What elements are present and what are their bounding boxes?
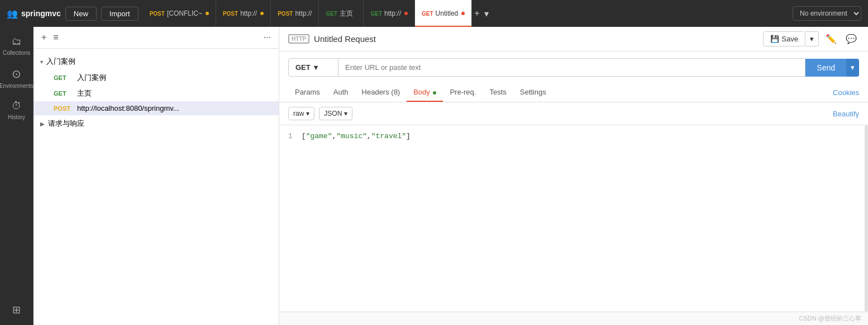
tab-label: [CONFLIC~ (167, 10, 202, 17)
string-music: "music" (336, 132, 367, 140)
unsaved-dot (260, 12, 264, 15)
format-chevron: ▾ (344, 110, 347, 117)
method-label: GET (54, 90, 74, 97)
watermark: CSDN @曾经的三心草 (799, 314, 861, 323)
tab-pre-req[interactable]: Pre-req. (443, 83, 483, 102)
send-button[interactable]: Send (805, 59, 846, 77)
code-editor[interactable]: 1 ["game","music","travel"] (279, 125, 868, 312)
chevron-icon: ▶ (40, 121, 45, 127)
history-icon: ⏱ (12, 100, 22, 112)
tab-label: http:// (240, 10, 257, 17)
body-type-value: raw (293, 110, 304, 117)
line-number: 1 (288, 132, 293, 140)
sidebar-item-history[interactable]: ⏱ History (0, 96, 33, 125)
sidebar-item-environments[interactable]: ⊙ Environments (0, 63, 33, 93)
tab-get-url[interactable]: GET http:// (364, 0, 415, 27)
sidebar: 🗂 Collections ⊙ Environments ⏱ History ⊞ (0, 27, 34, 325)
tab-headers[interactable]: Headers (8) (355, 83, 407, 102)
body-type-select[interactable]: raw ▾ (288, 107, 314, 120)
history-label: History (8, 114, 25, 120)
save-button-group: 💾 Save ▾ (763, 31, 819, 46)
scrollbar[interactable] (865, 125, 868, 312)
tab-chevron-button[interactable]: ▾ (482, 6, 491, 21)
cookies-button[interactable]: Cookies (833, 84, 859, 101)
collection-group-intro: ▾ 入门案例 GET 入门案例 GET 主页 POST http://local… (34, 53, 279, 115)
open-bracket: [ (302, 132, 306, 140)
request-editor: HTTP Untitled Request 💾 Save ▾ ✏️ 💬 GET … (279, 27, 868, 325)
save-icon: 💾 (770, 35, 779, 43)
body-type-chevron: ▾ (306, 110, 309, 117)
tab-post1[interactable]: POST http:// (216, 0, 271, 27)
collection-group-req-resp: ▶ 请求与响应 (34, 115, 279, 132)
method-badge: POST (223, 11, 238, 17)
method-badge: POST (150, 11, 165, 17)
send-dropdown-button[interactable]: ▾ (846, 59, 859, 77)
url-bar: GET ▾ Send ▾ (288, 58, 859, 77)
tab-tests[interactable]: Tests (483, 83, 513, 102)
group-header-req-resp[interactable]: ▶ 请求与响应 (34, 115, 279, 132)
tab-settings[interactable]: Settings (513, 83, 553, 102)
list-item-get-home[interactable]: GET 主页 (34, 86, 279, 101)
list-item-post-localhost[interactable]: POST http://localhost:8080/springmv... (34, 101, 279, 115)
url-input[interactable] (338, 58, 805, 77)
environments-label: Environments (0, 83, 34, 89)
tab-conflict[interactable]: POST [CONFLIC~ (143, 0, 216, 27)
save-button[interactable]: 💾 Save (763, 31, 805, 46)
save-dropdown-button[interactable]: ▾ (805, 31, 819, 46)
tab-label: 主页 (340, 9, 353, 18)
tab-label: Untitled (436, 10, 459, 17)
method-badge: GET (326, 11, 337, 17)
filter-button[interactable]: ≡ (52, 31, 59, 44)
string-game: "game" (306, 132, 332, 140)
new-button[interactable]: New (65, 7, 97, 21)
panel-header: + ≡ ··· (34, 27, 279, 49)
tab-get-home[interactable]: GET 主页 (319, 0, 364, 27)
unsaved-dot (206, 12, 209, 15)
add-collection-button[interactable]: + (40, 31, 47, 44)
beautify-button[interactable]: Beautify (833, 110, 859, 118)
chevron-icon: ▾ (40, 59, 43, 65)
method-badge: GET (422, 11, 433, 17)
code-content: ["game","music","travel"] (302, 132, 411, 140)
method-label: POST (54, 105, 74, 112)
tab-auth[interactable]: Auth (327, 83, 355, 102)
sidebar-item-more[interactable]: ⊞ (0, 299, 33, 321)
method-value: GET (295, 63, 311, 72)
method-select[interactable]: GET ▾ (288, 58, 338, 77)
method-label: GET (54, 74, 74, 81)
tab-body[interactable]: Body (407, 83, 443, 102)
group-header-intro[interactable]: ▾ 入门案例 (34, 53, 279, 70)
tab-get-untitled[interactable]: GET Untitled (415, 0, 472, 27)
item-label: 入门案例 (77, 73, 106, 83)
send-btn-group: Send ▾ (805, 59, 859, 77)
panel-content: ▾ 入门案例 GET 入门案例 GET 主页 POST http://local… (34, 49, 279, 325)
sidebar-item-collections[interactable]: 🗂 Collections (0, 31, 33, 60)
edit-button[interactable]: ✏️ (823, 31, 839, 46)
app-title: springmvc (21, 9, 61, 18)
more-options-button[interactable]: ··· (263, 31, 272, 44)
tab-post2[interactable]: POST http:// (271, 0, 319, 27)
import-button[interactable]: Import (101, 7, 139, 21)
format-value: JSON (324, 110, 342, 117)
collections-icon: 🗂 (12, 36, 22, 48)
request-tabs-bar: POST [CONFLIC~ POST http:// POST http://… (143, 0, 788, 27)
environments-icon: ⊙ (12, 67, 21, 81)
format-select[interactable]: JSON ▾ (319, 107, 352, 120)
title-actions: 💾 Save ▾ ✏️ 💬 (763, 31, 859, 46)
tab-params[interactable]: Params (288, 83, 327, 102)
tab-label: http:// (384, 10, 401, 17)
unsaved-dot (461, 12, 465, 15)
add-tab-button[interactable]: + (472, 6, 481, 21)
tab-label: http:// (295, 10, 312, 17)
top-bar: 👥 springmvc New Import POST [CONFLIC~ PO… (0, 0, 868, 27)
comment-button[interactable]: 💬 (843, 31, 859, 46)
item-label: 主页 (77, 88, 92, 98)
item-label: http://localhost:8080/springmv... (77, 104, 179, 112)
comma2: , (367, 132, 371, 140)
environment-select[interactable]: No environment (793, 6, 861, 21)
request-title: Untitled Request (314, 34, 376, 44)
body-dot (433, 91, 436, 95)
list-item-get-intro[interactable]: GET 入门案例 (34, 70, 279, 86)
method-chevron: ▾ (314, 63, 318, 72)
collections-label: Collections (3, 50, 30, 56)
